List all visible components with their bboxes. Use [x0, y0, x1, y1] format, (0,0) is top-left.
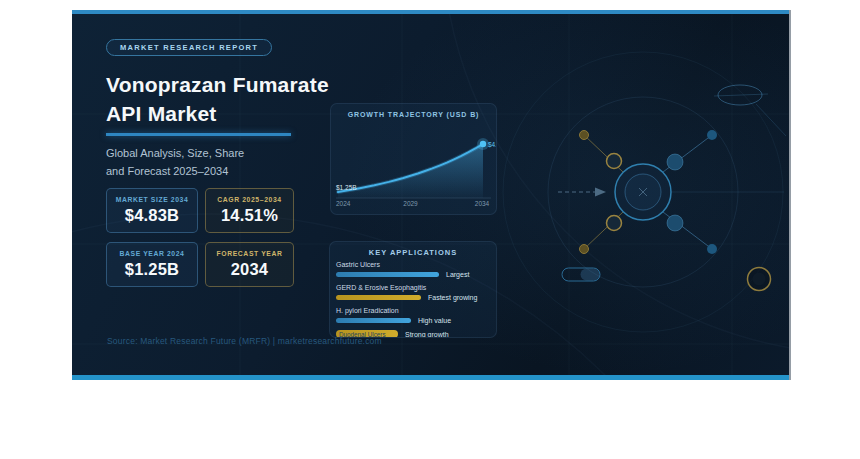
application-bar [336, 272, 439, 277]
chart-endpoint-dot [480, 141, 486, 147]
chart-start-label: $1.25B [336, 184, 357, 191]
application-tag: Fastest growing [428, 294, 477, 301]
stat-cards: MARKET SIZE 2034 $4.83B CAGR 2025–2034 1… [106, 188, 294, 287]
application-bar [336, 318, 411, 323]
growth-trajectory-card: GROWTH TRAJECTORY (USD B) $4.83B $1.25B … [330, 103, 497, 215]
application-tag: Largest [446, 271, 469, 278]
stat-label: MARKET SIZE 2034 [116, 196, 189, 203]
key-applications-card: KEY APPLICATIONS Gastric Ulcers Largest … [329, 241, 497, 338]
stat-label: BASE YEAR 2024 [120, 250, 185, 257]
page-title-line1: Vonoprazan Fumarate [106, 70, 329, 99]
stat-card-forecast-year: FORECAST YEAR 2034 [205, 242, 294, 287]
title-underline [106, 133, 291, 136]
page-title: Vonoprazan Fumarate API Market [106, 70, 329, 128]
page-subtitle: Global Analysis, Size, Share and Forecas… [106, 145, 244, 180]
application-name: GERD & Erosive Esophagitis [336, 284, 490, 292]
growth-chart: $4.83B $1.25B 2024 2029 2034 [331, 104, 497, 215]
application-name: Gastric Ulcers [336, 261, 490, 269]
stat-value: 2034 [231, 260, 269, 279]
subtitle-line1: Global Analysis, Size, Share [106, 145, 244, 163]
stat-value: $1.25B [125, 260, 179, 279]
stat-value: 14.51% [221, 206, 278, 225]
application-bar [336, 295, 421, 300]
stat-label: FORECAST YEAR [217, 250, 283, 257]
report-panel: MARKET RESEARCH REPORT Vonoprazan Fumara… [72, 10, 789, 380]
application-tag: Strong growth [405, 331, 449, 338]
stat-label: CAGR 2025–2034 [217, 196, 281, 203]
page-title-line2: API Market [106, 99, 329, 128]
source-attribution: Source: Market Research Future (MRFR) | … [107, 336, 382, 346]
application-row-gerd: GERD & Erosive Esophagitis Fastest growi… [336, 284, 490, 301]
stat-card-cagr: CAGR 2025–2034 14.51% [205, 188, 294, 233]
x-tick-2029: 2029 [403, 200, 418, 207]
stat-value: $4.83B [125, 206, 179, 225]
x-tick-2034: 2034 [475, 200, 490, 207]
application-name: H. pylori Eradication [336, 307, 490, 315]
x-tick-2024: 2024 [336, 200, 351, 207]
application-tag: High value [418, 317, 451, 324]
stat-card-base-year: BASE YEAR 2024 $1.25B [106, 242, 198, 287]
subtitle-line2: and Forecast 2025–2034 [106, 163, 244, 181]
stat-card-market-size: MARKET SIZE 2034 $4.83B [106, 188, 198, 233]
report-badge: MARKET RESEARCH REPORT [106, 39, 272, 56]
chart-end-label: $4.83B [488, 141, 497, 148]
application-row-gastric-ulcers: Gastric Ulcers Largest [336, 261, 490, 278]
applications-title: KEY APPLICATIONS [336, 248, 490, 258]
application-row-h-pylori: H. pylori Eradication High value [336, 307, 490, 324]
